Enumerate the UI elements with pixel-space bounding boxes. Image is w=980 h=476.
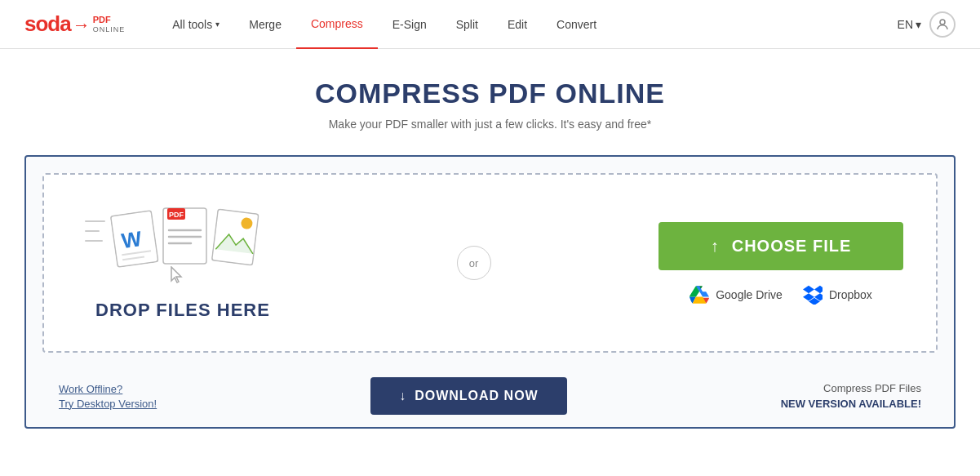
footer-links: Work Offline? Try Desktop Version! [59,383,157,410]
upload-icon: ↑ [711,237,720,256]
main-nav: All tools ▾ Merge Compress E-Sign Split … [157,0,897,49]
dropbox-label: Dropbox [829,288,872,301]
google-drive-icon [690,285,709,305]
word-doc-icon: W [109,209,159,271]
header: soda→ PDF ONLINE All tools ▾ Merge Compr… [0,0,980,49]
drop-right: ↑ CHOOSE FILE Google Drive [659,222,903,305]
file-icons-illustration: W PDF [77,206,289,287]
nav-convert[interactable]: Convert [542,0,611,49]
svg-rect-11 [212,209,259,265]
logo-arrow: → [73,15,90,35]
svg-point-0 [940,20,945,24]
nav-esign[interactable]: E-Sign [378,0,441,49]
cursor-icon [171,266,185,287]
chevron-down-icon: ▾ [215,20,220,29]
lang-selector[interactable]: EN ▾ [898,18,921,31]
svg-text:W: W [120,225,144,252]
logo-text: soda→ [24,11,90,37]
drop-zone[interactable]: W PDF [42,173,938,353]
download-now-button[interactable]: ↓ DOWNLOAD NOW [370,377,567,415]
dropbox-button[interactable]: Dropbox [803,285,872,305]
nav-edit[interactable]: Edit [493,0,542,49]
promo-line2: NEW VERSION AVAILABLE! [781,396,921,412]
dropbox-icon [803,285,823,305]
logo-pdf: PDF [93,15,126,25]
image-doc-icon [211,208,259,269]
chevron-down-icon: ▾ [916,18,921,31]
svg-marker-13 [171,267,181,282]
footer-center: ↓ DOWNLOAD NOW [173,377,764,415]
nav-split[interactable]: Split [441,0,493,49]
speed-lines [85,220,105,242]
pdf-doc-icon: PDF [162,207,207,268]
promo-line1: Compress PDF Files [823,382,921,394]
google-drive-label: Google Drive [716,288,783,301]
nav-compress[interactable]: Compress [296,0,378,49]
or-divider: or [457,246,491,280]
footer-promo: Compress PDF Files NEW VERSION AVAILABLE… [781,380,921,412]
svg-text:PDF: PDF [169,211,184,219]
desktop-version-link[interactable]: Try Desktop Version! [59,398,157,410]
work-offline-link[interactable]: Work Offline? [59,383,157,395]
user-account-button[interactable] [929,11,956,38]
header-right: EN ▾ [898,11,956,38]
hero-subtitle: Make your PDF smaller with just a few cl… [16,118,964,131]
google-drive-button[interactable]: Google Drive [690,285,783,305]
main-card: W PDF [24,155,956,429]
footer-bar: Work Offline? Try Desktop Version! ↓ DOW… [42,365,938,427]
page-title: COMPRESS PDF ONLINE [16,78,964,109]
choose-file-button[interactable]: ↑ CHOOSE FILE [659,222,903,270]
nav-merge[interactable]: Merge [234,0,296,49]
logo[interactable]: soda→ PDF ONLINE [24,11,125,37]
hero-section: COMPRESS PDF ONLINE Make your PDF smalle… [0,49,980,147]
download-icon: ↓ [399,389,406,403]
drop-label: DROP FILES HERE [95,300,270,321]
logo-online: ONLINE [93,25,126,34]
drop-left: W PDF [77,206,289,321]
nav-all-tools[interactable]: All tools ▾ [157,0,234,49]
cloud-services: Google Drive Dropbox [690,285,872,305]
